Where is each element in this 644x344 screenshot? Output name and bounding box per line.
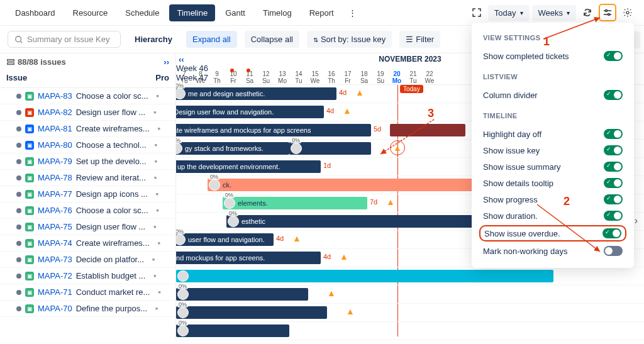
table-row[interactable]: ▣ MAPA-70 Define the purpos... ▪ <box>0 301 175 317</box>
table-row[interactable]: ▣ MAPA-75 Design user flow ... ▪ <box>0 219 175 235</box>
timeline-bar[interactable]: 0% <box>176 306 327 319</box>
tab-dashboard[interactable]: Dashboard <box>8 4 63 21</box>
fullscreen-icon[interactable] <box>468 4 486 21</box>
chevron-right-icon[interactable]: › <box>635 215 638 226</box>
toggle-summary[interactable] <box>604 162 623 172</box>
table-row[interactable]: ▣ MAPA-81 Create wireframes... ▪ <box>0 121 175 137</box>
timeline-bar[interactable]: 0% <box>176 325 289 337</box>
duration-label: 4d <box>326 107 334 114</box>
table-row[interactable]: ▣ MAPA-83 Choose a color sc... ▪ <box>0 88 175 104</box>
col-issue-header: Issue <box>6 73 155 82</box>
table-row[interactable]: ▣ MAPA-72 Establish budget ... ▪ <box>0 268 175 284</box>
issue-key[interactable]: MAPA-77 <box>38 189 72 199</box>
bar-text: 79: Set up the development environment. <box>176 163 280 170</box>
day-header: 17Fr <box>340 70 356 84</box>
filter-button[interactable]: ☰Filter <box>399 31 440 48</box>
table-row[interactable]: ▣ MAPA-77 Design app icons ... ▪ <box>0 186 175 203</box>
task-icon: ▪ <box>152 206 164 215</box>
table-row[interactable]: ▣ MAPA-74 Create wireframes... ▪ <box>0 235 175 252</box>
issue-key[interactable]: MAPA-70 <box>38 304 72 313</box>
issue-summary: Choose a color sc... <box>76 206 148 215</box>
table-row[interactable]: ▣ MAPA-71 Conduct market re... ▪ <box>0 284 175 301</box>
period-selector[interactable]: Weeks▾ <box>532 5 577 21</box>
sort-button[interactable]: ⇅Sort by: Issue key <box>307 31 392 48</box>
issue-key[interactable]: MAPA-73 <box>38 255 72 264</box>
tab-resource[interactable]: Resource <box>65 4 116 21</box>
table-row[interactable]: ▣ MAPA-76 Choose a color sc... ▪ <box>0 203 175 219</box>
table-row[interactable]: ▣ MAPA-80 Choose a technol... ▪ <box>0 137 175 153</box>
toggle-key[interactable] <box>604 145 623 155</box>
timeline-bar[interactable]: 0%2: Design user flow and navigation. <box>176 106 324 118</box>
hierarchy-button[interactable]: Hierarchy <box>128 31 179 48</box>
issue-key[interactable]: MAPA-75 <box>38 222 72 231</box>
duration-label: 1d <box>323 162 331 169</box>
warning-icon: ▲ <box>340 252 348 262</box>
more-icon[interactable]: ⋮ <box>344 4 362 21</box>
collapse-panel-icon[interactable]: ›› <box>164 57 169 67</box>
status-dot <box>16 306 21 311</box>
avatar <box>209 179 220 191</box>
warning-icon: ▲ <box>386 197 395 207</box>
gear-icon[interactable] <box>619 4 636 21</box>
tab-timeline[interactable]: Timeline <box>169 4 215 21</box>
timeline-bar[interactable]: 0% <box>289 142 371 155</box>
issue-key[interactable]: MAPA-71 <box>38 287 72 297</box>
today-selector[interactable]: Today▾ <box>488 5 530 21</box>
expand-all-button[interactable]: Expand all <box>186 31 237 48</box>
task-icon: ▪ <box>150 140 162 150</box>
toggle-duration[interactable] <box>604 211 623 221</box>
toggle-divider[interactable] <box>604 90 623 100</box>
refresh-icon[interactable] <box>579 4 596 21</box>
tab-schedule[interactable]: Schedule <box>118 4 167 21</box>
task-icon: ▪ <box>149 108 160 117</box>
tab-report[interactable]: Report <box>302 4 341 21</box>
timeline-bar[interactable]: 0%user flow and navigation. <box>176 233 274 246</box>
setting-label: Show issue overdue. <box>484 229 560 238</box>
timeline-bar[interactable]: 0%79: Set up the development environment… <box>176 160 321 173</box>
issue-key[interactable]: MAPA-79 <box>38 157 72 166</box>
settings-icon[interactable] <box>599 4 616 21</box>
duration-label: 5d <box>374 125 381 133</box>
issue-key[interactable]: MAPA-72 <box>38 271 72 280</box>
day-header: 15We <box>307 70 323 84</box>
setting-label: Mark non-working days <box>483 247 567 256</box>
toggle-dayoff[interactable] <box>604 129 623 139</box>
expand-timeline-icon[interactable]: ‹‹ <box>179 55 184 64</box>
timeline-bar[interactable]: 0%APA-81: Create wireframes and mockups … <box>176 124 371 136</box>
table-row[interactable]: ▣ MAPA-79 Set up the develo... ▪ <box>0 153 175 170</box>
toggle-progress[interactable] <box>604 194 623 204</box>
search-input[interactable]: Summary or Issue Key <box>8 31 121 48</box>
timeline-bar[interactable]: 0%gy stack and frameworks. <box>176 142 289 155</box>
issue-summary: Define the purpos... <box>76 304 147 313</box>
timeline-bar[interactable]: 0% <box>176 288 308 301</box>
toggle-tooltip[interactable] <box>604 178 623 188</box>
issue-key[interactable]: MAPA-76 <box>38 206 72 215</box>
timeline-bar[interactable]: 0%me and design aesthetic. <box>176 87 336 100</box>
toggle-overdue[interactable] <box>602 228 621 238</box>
issue-key[interactable]: MAPA-83 <box>38 91 72 101</box>
issue-key[interactable]: MAPA-74 <box>38 238 72 248</box>
issue-key[interactable]: MAPA-80 <box>38 140 72 150</box>
tab-gantt[interactable]: Gantt <box>218 4 253 21</box>
issue-key[interactable]: MAPA-82 <box>38 108 72 117</box>
tab-timelog[interactable]: Timelog <box>255 4 299 21</box>
timeline-bar[interactable] <box>176 270 553 282</box>
table-row[interactable]: ▣ MAPA-73 Decide on platfor... ▪ <box>0 252 175 268</box>
issue-key[interactable]: MAPA-78 <box>38 173 72 182</box>
avatar <box>177 307 189 318</box>
task-icon: ▪ <box>150 157 162 166</box>
status-dot <box>16 94 21 99</box>
issue-summary: Create wireframes... <box>76 238 150 248</box>
day-header: 16Th <box>323 70 340 84</box>
toggle-completed[interactable] <box>604 51 623 61</box>
collapse-all-button[interactable]: Collapse all <box>245 31 299 48</box>
duration-label: 7d <box>370 198 377 206</box>
toggle-nonworking[interactable] <box>604 246 623 256</box>
issue-key[interactable]: MAPA-81 <box>38 124 72 133</box>
table-row[interactable]: ▣ MAPA-78 Review and iterat... ▪ <box>0 170 175 186</box>
timeline-bar[interactable]: 0%elements. <box>223 197 367 209</box>
timeline-bar[interactable]: 0%ames and mockups for app screens. <box>176 252 321 264</box>
annotation-2: 2 <box>564 195 570 208</box>
table-row[interactable]: ▣ MAPA-82 Design user flow ... ▪ <box>0 104 175 121</box>
timeline-row: 0%▲ <box>176 304 644 322</box>
